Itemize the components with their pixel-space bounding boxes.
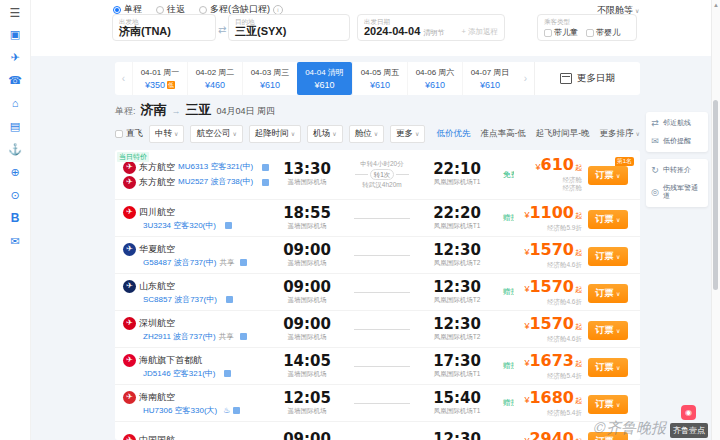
add-app-icon[interactable]: ⊕	[6, 164, 24, 181]
price-column: ¥1570起 经济舱4.6折	[514, 279, 582, 306]
arrival-column: 12:30	[421, 432, 493, 440]
book-button[interactable]: 订票 ∨	[588, 247, 628, 266]
flight-detail-icon[interactable]	[240, 259, 247, 266]
flight-detail-icon[interactable]	[262, 164, 269, 171]
airline-line: ✈ 海南航空	[123, 391, 271, 404]
sort-option[interactable]: 低价优先	[436, 128, 470, 140]
filter-dropdown[interactable]: 起降时间	[249, 125, 301, 143]
book-button[interactable]: 订票 ∨	[588, 284, 628, 303]
airline-line: ✈ 东方航空 MU6313 空客321(中)	[123, 161, 271, 174]
flight-detail-icon[interactable]	[233, 407, 240, 414]
airline-name: 四川航空	[139, 207, 175, 218]
orders-app-icon[interactable]: ▤	[6, 118, 24, 135]
watermark-script-text: ©齐鲁晚报	[591, 419, 666, 438]
filter-dropdown[interactable]: 更多	[390, 125, 425, 143]
airline-line: ✈ 山东航空	[123, 280, 271, 293]
radio-icon[interactable]	[156, 6, 164, 14]
cabin-class-dropdown[interactable]: 不限舱等	[597, 4, 639, 17]
departure-city-value: 济南(TNA)	[119, 25, 209, 38]
right-panel-icon: ↻	[650, 166, 660, 174]
date-tab[interactable]: 04-01 周一 ¥350低	[132, 62, 187, 95]
next-dates-arrow[interactable]: ›	[517, 62, 534, 95]
departure-column: 09:00 遥墙国际机场	[271, 243, 343, 268]
departure-column: 09:00 遥墙国际机场	[271, 280, 343, 305]
direct-flight-filter[interactable]: 直飞	[115, 128, 143, 140]
book-button[interactable]: 订票 ∨	[588, 395, 628, 414]
calendar-icon	[560, 73, 572, 84]
compass-app-icon[interactable]: ⊙	[6, 187, 24, 204]
passenger-option[interactable]: 带婴儿	[586, 27, 620, 38]
right-panel-icon: ⇄	[650, 119, 660, 127]
date-tab[interactable]: 04-04 清明 ¥610	[297, 62, 352, 95]
flight-detail-icon[interactable]	[240, 333, 247, 340]
cabin-info: 经济舱5.4折	[514, 372, 582, 380]
message-app-icon[interactable]: ✉	[6, 233, 24, 250]
service-app-icon[interactable]: ☎	[6, 72, 24, 89]
book-button[interactable]: 订票 ∨	[588, 358, 628, 377]
departure-city-field[interactable]: 出发地 济南(TNA)	[112, 14, 216, 41]
airline-column: ✈ 深圳航空 ✈ ZH2911 波音737(中) 共享	[123, 317, 271, 342]
info-icon[interactable]: i	[273, 5, 283, 15]
news-app-icon[interactable]: ▣	[6, 26, 24, 43]
arrival-column: 22:20 凤凰国际机场T1	[421, 206, 493, 231]
sort-option[interactable]: 更多排序	[600, 128, 640, 140]
flight-app-icon[interactable]: ✈	[6, 49, 24, 66]
b-app-icon[interactable]: B	[6, 210, 24, 227]
arrival-city-value: 三亚(SYX)	[235, 25, 343, 38]
flight-detail-icon[interactable]	[224, 370, 231, 377]
airline-line: ✈ SC8857 波音737(中)	[140, 295, 271, 305]
flight-number: 3U3234 空客320(中)	[143, 221, 216, 231]
passenger-option[interactable]: 带儿童	[544, 27, 578, 38]
flight-detail-icon[interactable]	[262, 179, 269, 186]
filter-dropdown[interactable]: 舱位	[349, 125, 384, 143]
filter-dropdown[interactable]: 航空公司	[190, 125, 242, 143]
departure-airport: 遥墙国际机场	[271, 259, 343, 268]
checkbox-icon[interactable]	[586, 29, 594, 37]
sort-option[interactable]: 准点率高-低	[480, 128, 525, 140]
date-tab[interactable]: 04-07 周日 ¥610	[462, 62, 517, 95]
hotel-app-icon[interactable]: ⌂	[6, 95, 24, 112]
date-tab[interactable]: 04-03 周三 ¥610	[242, 62, 297, 95]
menu-icon[interactable]: ☰	[8, 6, 22, 20]
flight-number: SC8857 波音737(中)	[143, 295, 217, 305]
checkbox-icon[interactable]	[115, 130, 123, 138]
radio-icon[interactable]	[199, 6, 207, 14]
departure-date-field[interactable]: 出发日期 2024-04-04清明节 + 添加返程	[357, 14, 505, 41]
date-tab[interactable]: 04-02 周二 ¥460	[187, 62, 242, 95]
right-panel-item[interactable]: ⇄ 邻近航线	[650, 114, 704, 132]
flight-detail-icon[interactable]	[225, 222, 232, 229]
book-button[interactable]: 订票 ∨	[588, 210, 628, 229]
more-dates-button[interactable]: 更多日期	[534, 62, 640, 95]
date-tab[interactable]: 04-06 周六 ¥610	[407, 62, 462, 95]
price: ¥610起	[514, 157, 582, 176]
app-icon-list: ▣✈☎⌂▤⚓⊕⊙B✉	[0, 26, 30, 250]
checkbox-icon[interactable]	[544, 29, 552, 37]
sort-bar: 低价优先准点率高-低起飞时间早-晚更多排序	[436, 128, 640, 140]
date-tab-price: ¥610	[370, 80, 390, 90]
flight-row: ✈ 海航旗下首都航 ✈ JD5146 空客321(中) 14:05 遥墙国际机场…	[115, 348, 640, 385]
cruise-app-icon[interactable]: ⚓	[6, 141, 24, 158]
right-panel-item[interactable]: ✉ 低价提醒	[650, 132, 704, 150]
arrival-city-field[interactable]: 目的地 三亚(SYX)	[228, 14, 350, 41]
chevron-down-icon: ∨	[616, 254, 620, 260]
special-price-tag: 当日特价	[117, 152, 149, 162]
add-return-link[interactable]: + 添加返程	[462, 27, 498, 37]
radio-icon[interactable]	[113, 6, 121, 14]
page-scrollbar[interactable]: ▲	[711, 0, 720, 440]
scrollbar-up-arrow[interactable]: ▲	[712, 2, 720, 8]
date-tab[interactable]: 04-05 周五 ¥610	[352, 62, 407, 95]
flight-detail-icon[interactable]	[226, 296, 233, 303]
right-panel-item[interactable]: ◎ 伤残军警通道	[650, 179, 704, 205]
book-button[interactable]: 订票 ∨	[588, 166, 628, 185]
right-panel-item[interactable]: ↻ 中转推介	[650, 161, 704, 179]
filter-dropdown[interactable]: 机场	[307, 125, 342, 143]
filter-dropdown[interactable]: 中转	[149, 125, 184, 143]
swap-cities-icon[interactable]: ⇄	[218, 24, 226, 35]
meal-icon: ♨	[223, 406, 230, 416]
sort-option[interactable]: 起飞时间早-晚	[536, 128, 590, 140]
scrollbar-thumb[interactable]	[713, 100, 718, 290]
results-area: ‹ 04-01 周一 ¥350低 04-02 周二 ¥460 04-03 周三 …	[30, 56, 712, 440]
prev-dates-arrow[interactable]: ‹	[115, 62, 132, 95]
book-button[interactable]: 订票 ∨	[588, 321, 628, 340]
departure-time: 09:00	[271, 432, 343, 440]
